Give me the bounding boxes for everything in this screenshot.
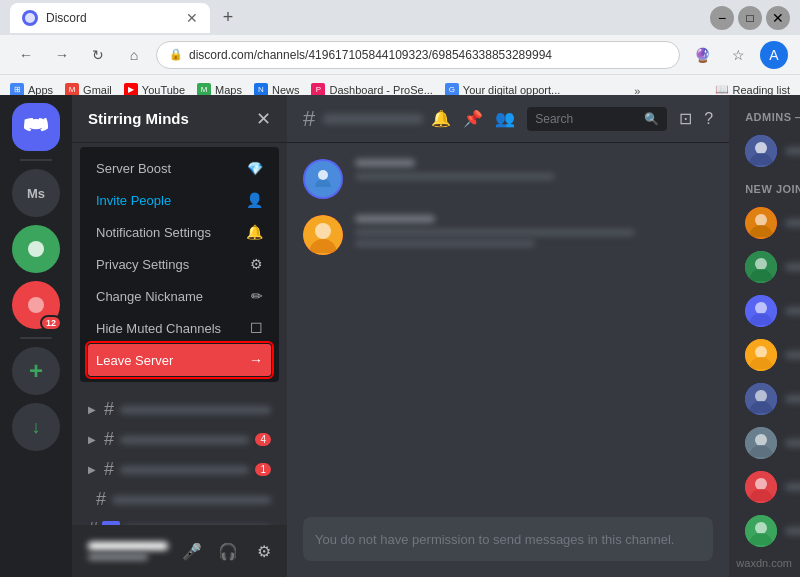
member-item-6[interactable] <box>737 423 800 463</box>
channel-hash-icon-2: # <box>104 429 114 450</box>
svg-point-0 <box>25 13 35 23</box>
server-icon-add[interactable]: + <box>12 347 60 395</box>
tab-close-button[interactable]: ✕ <box>186 10 198 26</box>
search-placeholder: Search <box>535 112 640 126</box>
hide-muted-label: Hide Muted Channels <box>96 321 221 336</box>
server-sidebar: Ms 12 + ↓ <box>0 95 72 577</box>
user-controls: 🎤 🎧 ⚙ <box>176 535 280 567</box>
minimize-button[interactable]: − <box>710 6 734 30</box>
channel-expand-icon-1: ▶ <box>88 404 96 415</box>
member-item-5[interactable] <box>737 379 800 419</box>
chat-messages <box>287 143 729 517</box>
notification-icon[interactable]: 🔔 <box>431 109 451 128</box>
extensions-button[interactable]: 🔮 <box>688 41 716 69</box>
server-name: Stirring Minds <box>88 110 189 127</box>
server-header-close-icon[interactable]: ✕ <box>256 108 271 130</box>
admin-name-1 <box>785 147 800 155</box>
chat-channel-hash-icon: # <box>303 106 315 132</box>
menu-item-privacy-settings[interactable]: Privacy Settings ⚙ <box>88 248 271 280</box>
admins-section-title: ADMINS — 1 <box>737 111 800 123</box>
member-item-1[interactable] <box>737 203 800 243</box>
menu-item-server-boost[interactable]: Server Boost 💎 <box>88 153 271 184</box>
hide-muted-icon: ☐ <box>250 320 263 336</box>
mute-button[interactable]: 🎤 <box>176 535 208 567</box>
svg-point-16 <box>755 346 767 358</box>
chat-input-area: You do not have permission to send messa… <box>303 517 713 561</box>
bookmark-youtube-label: YouTube <box>142 84 185 96</box>
server-icon-notification[interactable]: 12 <box>12 281 60 329</box>
forward-button[interactable]: → <box>48 41 76 69</box>
profile-button[interactable]: A <box>760 41 788 69</box>
bookmark-apps-label: Apps <box>28 84 53 96</box>
member-item-2[interactable] <box>737 247 800 287</box>
search-icon: 🔍 <box>644 112 659 126</box>
menu-item-change-nickname[interactable]: Change Nickname ✏ <box>88 280 271 312</box>
channel-item-5[interactable]: # <box>80 515 279 525</box>
member-item-3[interactable] <box>737 291 800 331</box>
channel-expand-icon-2: ▶ <box>88 434 96 445</box>
channel-item-1[interactable]: ▶ # <box>80 395 279 424</box>
lock-icon: 🔒 <box>169 48 183 61</box>
message-avatar-2 <box>303 215 343 255</box>
new-joinee-section-title: NEW JOINEE — 754 <box>737 183 800 195</box>
server-header[interactable]: Stirring Minds ✕ <box>72 95 287 143</box>
svg-point-6 <box>315 223 331 239</box>
channel-item-2[interactable]: ▶ # 4 <box>80 425 279 454</box>
refresh-button[interactable]: ↻ <box>84 41 112 69</box>
inbox-icon[interactable]: ⊡ <box>679 109 692 128</box>
leave-server-icon: → <box>249 352 263 368</box>
pin-icon[interactable]: 📌 <box>463 109 483 128</box>
members-icon[interactable]: 👥 <box>495 109 515 128</box>
channel-item-4[interactable]: # <box>80 485 279 514</box>
server-icon-ms[interactable]: Ms <box>12 169 60 217</box>
server-icon-circle[interactable] <box>12 225 60 273</box>
change-nickname-icon: ✏ <box>251 288 263 304</box>
bookmark-button[interactable]: ☆ <box>724 41 752 69</box>
member-name-3 <box>785 307 800 315</box>
member-avatar-7 <box>745 471 777 503</box>
back-button[interactable]: ← <box>12 41 40 69</box>
menu-item-hide-muted[interactable]: Hide Muted Channels ☐ <box>88 312 271 344</box>
menu-item-invite-people[interactable]: Invite People 👤 <box>88 184 271 216</box>
message-content-1 <box>355 159 713 199</box>
chat-header: # 🔔 📌 👥 Search 🔍 ⊡ ? <box>287 95 729 143</box>
close-button[interactable]: ✕ <box>766 6 790 30</box>
tab-favicon <box>22 10 38 26</box>
menu-item-notification-settings[interactable]: Notification Settings 🔔 <box>88 216 271 248</box>
server-icon-download[interactable]: ↓ <box>12 403 60 451</box>
maximize-button[interactable]: □ <box>738 6 762 30</box>
server-icon-discord[interactable] <box>12 103 60 151</box>
user-settings-button[interactable]: ⚙ <box>248 535 280 567</box>
member-item-7[interactable] <box>737 467 800 507</box>
channel-hash-icon-3: # <box>104 459 114 480</box>
channel-item-3[interactable]: ▶ # 1 <box>80 455 279 484</box>
admin-member-1[interactable] <box>737 131 800 171</box>
channel-badge-2: 4 <box>255 433 271 446</box>
member-name-6 <box>785 439 800 447</box>
discord-app: Ms 12 + ↓ Stirring Minds ✕ Server Boost … <box>0 95 800 577</box>
user-info <box>88 542 168 560</box>
menu-item-leave-server[interactable]: Leave Server → <box>88 344 271 376</box>
bookmark-gmail-label: Gmail <box>83 84 112 96</box>
member-item-4[interactable] <box>737 335 800 375</box>
address-bar[interactable]: 🔒 discord.com/channels/41961710584410932… <box>156 41 680 69</box>
member-avatar-3 <box>745 295 777 327</box>
channel-name-1 <box>120 406 271 414</box>
help-icon[interactable]: ? <box>704 110 713 128</box>
message-1 <box>303 159 713 199</box>
invite-people-icon: 👤 <box>246 192 263 208</box>
user-bar: 🎤 🎧 ⚙ <box>72 525 287 577</box>
member-item-8[interactable] <box>737 511 800 551</box>
channel-name-3 <box>120 466 249 474</box>
home-button[interactable]: ⌂ <box>120 41 148 69</box>
new-tab-button[interactable]: + <box>214 4 242 32</box>
search-box[interactable]: Search 🔍 <box>527 107 667 131</box>
chat-area: # 🔔 📌 👥 Search 🔍 ⊡ ? <box>287 95 729 577</box>
bookmark-news-label: News <box>272 84 300 96</box>
channel-sidebar: Stirring Minds ✕ Server Boost 💎 Invite P… <box>72 95 287 577</box>
active-tab[interactable]: Discord ✕ <box>10 3 210 33</box>
deafen-button[interactable]: 🎧 <box>212 535 244 567</box>
notification-settings-label: Notification Settings <box>96 225 211 240</box>
browser-chrome: Discord ✕ + − □ ✕ ← → ↻ ⌂ 🔒 discord.com/… <box>0 0 800 95</box>
admin-avatar-1 <box>745 135 777 167</box>
